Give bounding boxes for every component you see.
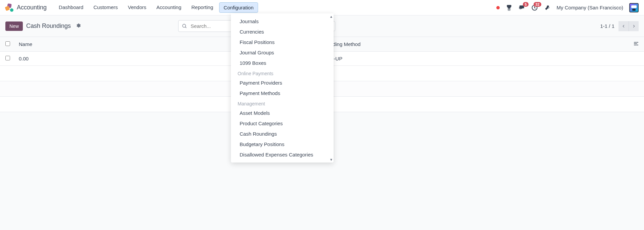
nav-vendors[interactable]: Vendors: [124, 2, 150, 13]
chevron-left-icon: [621, 24, 626, 29]
company-selector[interactable]: My Company (San Francisco): [557, 5, 623, 10]
svg-point-3: [509, 10, 510, 11]
nav-right: 5 32 My Company (San Francisco): [496, 3, 639, 12]
activities-badge: 32: [534, 2, 541, 7]
new-button[interactable]: New: [5, 21, 23, 31]
menu-fiscal-positions[interactable]: Fiscal Positions: [231, 37, 334, 47]
svg-point-1: [508, 10, 508, 11]
select-all-checkbox[interactable]: [5, 41, 10, 46]
svg-rect-0: [507, 9, 510, 10]
app-name[interactable]: Accounting: [17, 4, 47, 11]
nav-accounting[interactable]: Accounting: [152, 2, 185, 13]
activities-icon[interactable]: 32: [531, 4, 538, 11]
menu-payment-methods[interactable]: Payment Methods: [231, 88, 334, 98]
pager-next-button[interactable]: [629, 21, 639, 31]
app-logo[interactable]: [5, 4, 13, 12]
scroll-up-icon[interactable]: ▲: [329, 14, 334, 19]
nav-configuration[interactable]: Configuration: [219, 2, 258, 13]
column-options-icon[interactable]: [629, 41, 639, 47]
svg-point-2: [509, 10, 509, 11]
svg-point-8: [637, 45, 638, 46]
chevron-right-icon: [632, 24, 636, 29]
menu-currencies[interactable]: Currencies: [231, 27, 334, 37]
svg-point-7: [637, 42, 638, 43]
gear-icon[interactable]: [76, 23, 81, 29]
nav-reporting[interactable]: Reporting: [187, 2, 217, 13]
search-icon: [182, 24, 187, 29]
column-method[interactable]: Rounding Method: [321, 41, 629, 47]
messages-icon[interactable]: 5: [518, 4, 525, 11]
tools-icon[interactable]: [544, 4, 551, 11]
cell-method: HALF-UP: [321, 56, 629, 61]
svg-point-5: [183, 24, 186, 27]
menu-header-management: Management: [231, 98, 334, 108]
phone-icon[interactable]: [506, 4, 512, 11]
row-checkbox[interactable]: [5, 56, 10, 60]
menu-1099-boxes[interactable]: 1099 Boxes: [231, 58, 334, 68]
configuration-dropdown: ▲ Journals Currencies Fiscal Positions J…: [231, 13, 334, 112]
nav-customers[interactable]: Customers: [89, 2, 122, 13]
pager-prev-button[interactable]: [618, 21, 629, 31]
messages-badge: 5: [523, 2, 528, 7]
status-dot-icon[interactable]: [496, 6, 500, 9]
menu-header-online-payments: Online Payments: [231, 68, 334, 78]
menu-journals[interactable]: Journals: [231, 16, 334, 27]
pager-text: 1-1 / 1: [600, 23, 614, 29]
menu-payment-providers[interactable]: Payment Providers: [231, 78, 334, 88]
breadcrumb: Cash Roundings: [26, 22, 71, 30]
pager: 1-1 / 1: [600, 21, 639, 31]
svg-line-6: [185, 27, 186, 28]
nav-items: Dashboard Customers Vendors Accounting R…: [55, 2, 258, 13]
nav-dashboard[interactable]: Dashboard: [55, 2, 87, 13]
menu-journal-groups[interactable]: Journal Groups: [231, 47, 334, 58]
user-avatar[interactable]: [629, 3, 639, 12]
menu-asset-models[interactable]: Asset Models: [231, 108, 334, 112]
